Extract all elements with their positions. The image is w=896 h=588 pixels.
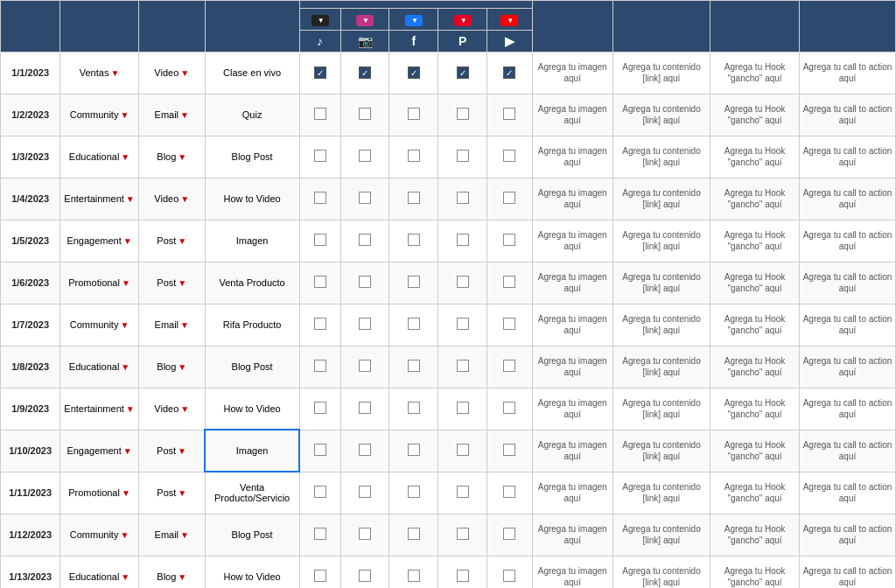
checkbox-checked[interactable]: ✓ [457, 66, 469, 79]
cell-checkbox[interactable] [340, 304, 389, 346]
pilar-dropdown-arrow[interactable]: ▼ [121, 362, 130, 372]
formato-dropdown-arrow[interactable]: ▼ [178, 446, 186, 456]
cell-tema[interactable]: Clase en vivo [205, 52, 299, 94]
cell-checkbox[interactable] [340, 388, 389, 430]
cell-tema[interactable]: Blog Post [205, 346, 299, 388]
cell-checkbox[interactable] [487, 346, 532, 388]
checkbox-unchecked[interactable] [503, 444, 515, 456]
checkbox-unchecked[interactable] [503, 402, 515, 414]
checkbox-unchecked[interactable] [457, 276, 469, 288]
formato-dropdown-arrow[interactable]: ▼ [180, 320, 189, 330]
cell-checkbox[interactable] [438, 304, 487, 346]
checkbox-unchecked[interactable] [457, 360, 469, 372]
cell-checkbox[interactable] [389, 136, 438, 178]
checkbox-unchecked[interactable] [408, 402, 420, 414]
cell-checkbox[interactable] [389, 514, 438, 556]
formato-dropdown-arrow[interactable]: ▼ [180, 194, 189, 204]
cell-tema[interactable]: Blog Post [205, 514, 299, 556]
checkbox-unchecked[interactable] [457, 402, 469, 414]
formato-dropdown-arrow[interactable]: ▼ [178, 488, 186, 498]
cell-checkbox[interactable] [299, 94, 340, 136]
pilar-dropdown-arrow[interactable]: ▼ [120, 320, 129, 330]
checkbox-unchecked[interactable] [314, 276, 326, 288]
cell-tema[interactable]: Blog Post [205, 136, 299, 178]
cell-tema[interactable]: Rifa Producto [205, 304, 299, 346]
cell-checkbox[interactable] [438, 220, 487, 262]
cell-checkbox[interactable] [438, 136, 487, 178]
checkbox-unchecked[interactable] [457, 192, 469, 204]
checkbox-unchecked[interactable] [359, 402, 371, 414]
cell-checkbox[interactable] [389, 430, 438, 472]
formato-dropdown-arrow[interactable]: ▼ [178, 152, 186, 162]
pilar-dropdown-arrow[interactable]: ▼ [123, 446, 132, 456]
checkbox-unchecked[interactable] [503, 528, 515, 540]
cell-checkbox[interactable] [438, 388, 487, 430]
cell-checkbox[interactable] [340, 472, 389, 514]
cell-checkbox[interactable] [487, 178, 532, 220]
checkbox-unchecked[interactable] [503, 318, 515, 330]
cell-checkbox[interactable] [438, 556, 487, 588]
cell-checkbox[interactable] [340, 178, 389, 220]
cell-tema[interactable]: Imagen [205, 220, 299, 262]
cell-checkbox[interactable] [340, 346, 389, 388]
cell-tema[interactable]: How to Video [205, 178, 299, 220]
checkbox-unchecked[interactable] [408, 150, 420, 162]
facebook-dropdown-btn[interactable]: ▼ [405, 15, 423, 26]
checkbox-unchecked[interactable] [359, 108, 371, 120]
checkbox-unchecked[interactable] [408, 486, 420, 498]
checkbox-unchecked[interactable] [503, 234, 515, 246]
formato-dropdown-arrow[interactable]: ▼ [180, 110, 189, 120]
cell-checkbox[interactable] [340, 220, 389, 262]
pilar-dropdown-arrow[interactable]: ▼ [122, 488, 130, 498]
checkbox-unchecked[interactable] [314, 234, 326, 246]
cell-checkbox[interactable] [438, 472, 487, 514]
cell-checkbox[interactable]: ✓ [487, 52, 532, 94]
cell-checkbox[interactable] [487, 388, 532, 430]
cell-checkbox[interactable] [389, 262, 438, 304]
instagram-dropdown-btn[interactable]: ▼ [356, 15, 374, 26]
checkbox-unchecked[interactable] [503, 276, 515, 288]
formato-dropdown-arrow[interactable]: ▼ [178, 362, 186, 372]
cell-tema[interactable]: How to Video [205, 388, 299, 430]
cell-checkbox[interactable] [487, 430, 532, 472]
cell-tema[interactable]: Imagen [205, 430, 299, 472]
checkbox-unchecked[interactable] [503, 570, 515, 582]
checkbox-unchecked[interactable] [359, 150, 371, 162]
cell-checkbox[interactable] [438, 262, 487, 304]
checkbox-unchecked[interactable] [408, 444, 420, 456]
checkbox-unchecked[interactable] [314, 318, 326, 330]
cell-checkbox[interactable] [487, 94, 532, 136]
formato-dropdown-arrow[interactable]: ▼ [180, 530, 189, 540]
formato-dropdown-arrow[interactable]: ▼ [178, 236, 186, 246]
pilar-dropdown-arrow[interactable]: ▼ [126, 404, 135, 414]
cell-checkbox[interactable] [299, 514, 340, 556]
pilar-dropdown-arrow[interactable]: ▼ [122, 278, 130, 288]
checkbox-unchecked[interactable] [408, 570, 420, 582]
cell-checkbox[interactable] [340, 556, 389, 588]
tiktok-dropdown-btn[interactable]: ▼ [312, 15, 329, 26]
cell-checkbox[interactable] [438, 346, 487, 388]
checkbox-unchecked[interactable] [359, 360, 371, 372]
checkbox-unchecked[interactable] [457, 444, 469, 456]
cell-checkbox[interactable]: ✓ [389, 52, 438, 94]
cell-checkbox[interactable] [299, 346, 340, 388]
checkbox-unchecked[interactable] [408, 360, 420, 372]
cell-checkbox[interactable] [299, 430, 340, 472]
checkbox-unchecked[interactable] [408, 318, 420, 330]
checkbox-unchecked[interactable] [457, 234, 469, 246]
checkbox-unchecked[interactable] [359, 570, 371, 582]
checkbox-checked[interactable]: ✓ [359, 66, 371, 79]
cell-checkbox[interactable] [389, 346, 438, 388]
checkbox-unchecked[interactable] [314, 402, 326, 414]
checkbox-unchecked[interactable] [503, 360, 515, 372]
checkbox-unchecked[interactable] [314, 486, 326, 498]
cell-checkbox[interactable] [340, 94, 389, 136]
cell-checkbox[interactable] [299, 220, 340, 262]
cell-checkbox[interactable] [438, 94, 487, 136]
formato-dropdown-arrow[interactable]: ▼ [180, 404, 189, 414]
cell-checkbox[interactable] [389, 472, 438, 514]
checkbox-unchecked[interactable] [314, 360, 326, 372]
cell-checkbox[interactable] [438, 430, 487, 472]
youtube-dropdown-btn[interactable]: ▼ [500, 15, 518, 26]
cell-tema[interactable]: How to Video [205, 556, 299, 588]
